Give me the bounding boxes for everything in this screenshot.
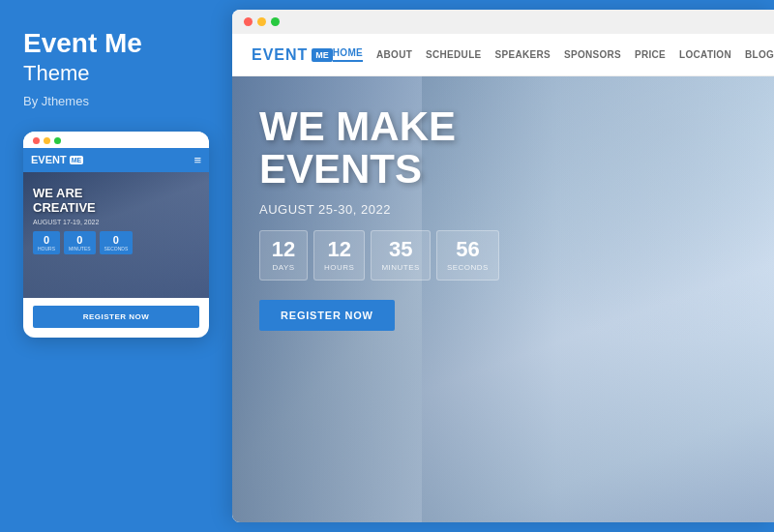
mobile-nav: EVENT ME ≡ (23, 148, 209, 172)
mobile-count-seconds: 0 SECONDS (100, 231, 134, 254)
desktop-count-days: 12 DAYS (259, 230, 308, 281)
mobile-count-hours-label: HOURS (38, 246, 55, 251)
desktop-register-button[interactable]: REGISTER NOW (259, 300, 395, 331)
browser-dot-green (271, 17, 280, 26)
mobile-hero-date: AUGUST 17-19, 2022 (33, 219, 199, 225)
nav-link-location[interactable]: LOCATION (679, 49, 731, 60)
browser-dot-yellow (257, 17, 266, 26)
nav-link-sponsors[interactable]: SPONSORS (564, 49, 621, 60)
hamburger-icon[interactable]: ≡ (194, 153, 201, 167)
mobile-mockup: EVENT ME ≡ WE ARECREATIVE AUGUST 17-19, … (23, 132, 209, 338)
mobile-hero-title: WE ARECREATIVE (33, 186, 199, 216)
mobile-count-seconds-label: SECONDS (104, 246, 129, 251)
desktop-count-hours-num: 12 (324, 239, 354, 260)
desktop-count-seconds-label: SECONDS (447, 263, 489, 272)
nav-link-speakers[interactable]: SPEAKERS (495, 49, 551, 60)
desktop-logo-badge: ME (312, 48, 333, 62)
mobile-hero-content: WE ARECREATIVE AUGUST 17-19, 2022 0 HOUR… (23, 172, 209, 262)
desktop-count-days-num: 12 (270, 239, 297, 260)
desktop-hero-title: WE MAKE EVENTS (259, 105, 747, 191)
desktop-count-hours: 12 HOURS (313, 230, 365, 281)
desktop-count-days-label: DAYS (270, 263, 297, 272)
mobile-count-minutes-num: 0 (69, 234, 91, 246)
desktop-countdown: 12 DAYS 12 HOURS 35 MINUTES 56 SECONDS (259, 230, 747, 281)
mobile-logo-badge: ME (70, 156, 84, 164)
mobile-logo: EVENT ME (31, 154, 83, 165)
mobile-count-minutes-label: MINUTES (69, 246, 91, 251)
browser-chrome (232, 10, 774, 34)
desktop-count-minutes: 35 MINUTES (371, 230, 431, 281)
mobile-hero: WE ARECREATIVE AUGUST 17-19, 2022 0 HOUR… (23, 172, 209, 298)
mobile-dot-red (33, 137, 40, 144)
desktop-count-seconds: 56 SECONDS (436, 230, 499, 281)
desktop-nav: EVENT ME HOME ABOUT SCHEDULE SPEAKERS SP… (232, 34, 774, 76)
browser-dot-red (244, 17, 253, 26)
desktop-count-seconds-num: 56 (447, 239, 489, 260)
mobile-count-minutes: 0 MINUTES (64, 231, 96, 254)
mobile-count-seconds-num: 0 (104, 234, 129, 246)
mobile-count-hours-num: 0 (38, 234, 55, 246)
nav-link-about[interactable]: ABOUT (376, 49, 412, 60)
desktop-hero-content: WE MAKE EVENTS AUGUST 25-30, 2022 12 DAY… (232, 76, 774, 360)
mobile-logo-text: EVENT (31, 154, 67, 165)
nav-link-schedule[interactable]: SCHEDULE (426, 49, 481, 60)
mobile-dot-yellow (44, 137, 50, 144)
mobile-dot-green (54, 137, 61, 144)
mobile-countdown: 0 HOURS 0 MINUTES 0 SECONDS (33, 231, 199, 254)
desktop-logo: EVENT ME (252, 46, 333, 64)
nav-link-blog[interactable]: BLOG (745, 49, 774, 60)
desktop-hero-date: AUGUST 25-30, 2022 (259, 202, 747, 217)
desktop-count-hours-label: HOURS (324, 263, 354, 272)
nav-link-home[interactable]: HOME (333, 47, 363, 62)
theme-title-bold: Event Me (23, 29, 142, 59)
desktop-hero: WE MAKE EVENTS AUGUST 25-30, 2022 12 DAY… (232, 76, 774, 522)
desktop-count-minutes-num: 35 (381, 239, 420, 260)
mobile-chrome (23, 132, 209, 148)
desktop-count-minutes-label: MINUTES (381, 263, 420, 272)
theme-title-light: Theme (23, 61, 89, 86)
left-panel: Event Me Theme By Jthemes EVENT ME ≡ WE … (0, 0, 232, 532)
author-label: By Jthemes (23, 94, 89, 108)
desktop-logo-text: EVENT (252, 46, 308, 64)
mobile-count-hours: 0 HOURS (33, 231, 60, 254)
mobile-register-button[interactable]: REGISTER NOW (33, 306, 199, 328)
desktop-mockup: EVENT ME HOME ABOUT SCHEDULE SPEAKERS SP… (232, 10, 774, 522)
desktop-nav-links: HOME ABOUT SCHEDULE SPEAKERS SPONSORS PR… (333, 47, 774, 62)
nav-link-price[interactable]: PRICE (635, 49, 666, 60)
